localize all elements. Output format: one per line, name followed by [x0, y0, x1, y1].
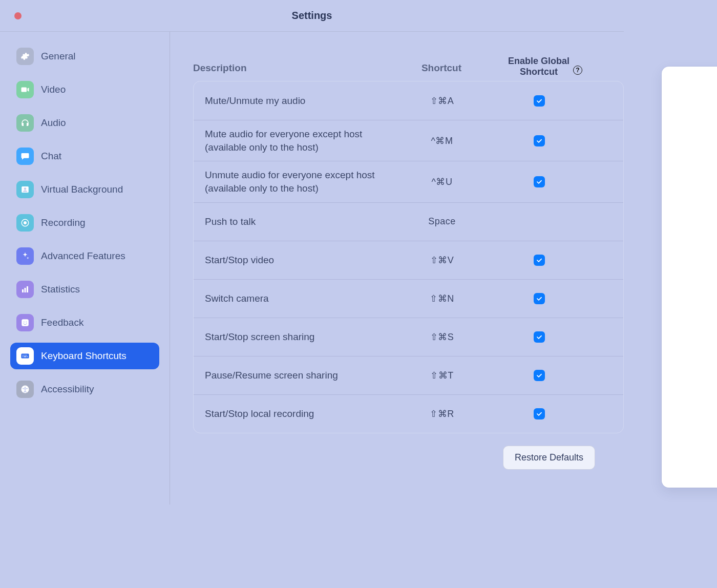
shortcut-row: Start/Stop local recording⇧⌘R	[194, 394, 623, 433]
shortcut-description: Start/Stop video	[194, 254, 393, 267]
sidebar-item-video[interactable]: Video	[10, 76, 159, 103]
window-body: GeneralVideoAudioChatVirtual BackgroundR…	[0, 32, 624, 505]
svg-point-3	[24, 221, 27, 224]
smile-icon	[16, 314, 34, 331]
svg-rect-10	[22, 354, 29, 359]
shortcut-description: Mute/Unmute my audio	[194, 94, 393, 108]
svg-rect-6	[27, 286, 28, 292]
stats-icon	[16, 281, 34, 298]
sidebar-item-audio[interactable]: Audio	[10, 110, 159, 136]
shortcut-description: Pause/Resume screen sharing	[194, 369, 393, 382]
sidebar-item-general[interactable]: General	[10, 43, 159, 70]
footer: Restore Defaults	[170, 433, 624, 470]
sidebar-item-label: General	[41, 51, 76, 62]
restore-defaults-button[interactable]: Restore Defaults	[503, 446, 595, 470]
sparkle-icon	[16, 247, 34, 265]
enable-global-checkbox[interactable]	[534, 408, 545, 419]
svg-rect-13	[25, 355, 26, 356]
sidebar-item-label: Virtual Background	[41, 184, 123, 195]
enable-global-cell	[491, 95, 588, 107]
shortcut-keys[interactable]: ⇧⌘S	[393, 331, 491, 343]
shortcut-keys[interactable]: Space	[393, 216, 491, 227]
shortcut-description: Switch camera	[194, 292, 393, 305]
svg-rect-5	[25, 288, 26, 292]
help-icon[interactable]: ?	[573, 66, 582, 75]
enable-global-checkbox[interactable]	[534, 255, 545, 266]
sidebar-item-accessibility[interactable]: Accessibility	[10, 376, 159, 403]
enable-global-checkbox[interactable]	[534, 331, 545, 343]
close-window-button[interactable]	[14, 12, 22, 19]
sidebar-item-label: Video	[41, 84, 66, 95]
shortcut-keys[interactable]: ⇧⌘T	[393, 370, 491, 381]
sidebar-item-label: Audio	[41, 117, 66, 129]
enable-global-cell	[491, 255, 588, 266]
settings-window: Settings GeneralVideoAudioChatVirtual Ba…	[0, 0, 624, 505]
shortcut-row: Push to talkSpace	[194, 202, 623, 241]
sidebar-item-advanced-features[interactable]: Advanced Features	[10, 243, 159, 269]
enable-global-cell	[491, 331, 588, 343]
table-rows: Mute/Unmute my audio⇧⌘AMute audio for ev…	[193, 81, 624, 433]
shortcut-keys[interactable]: ^⌘M	[393, 135, 491, 146]
enable-global-checkbox[interactable]	[534, 176, 545, 187]
sidebar-item-keyboard-shortcuts[interactable]: Keyboard Shortcuts	[10, 343, 159, 369]
shortcut-keys[interactable]: ⇧⌘N	[393, 293, 491, 304]
col-description: Description	[193, 62, 393, 81]
sidebar-item-label: Statistics	[41, 284, 80, 295]
col-shortcut: Shortcut	[393, 62, 490, 81]
shortcut-row: Pause/Resume screen sharing⇧⌘T	[194, 356, 623, 394]
video-icon	[16, 81, 34, 98]
enable-global-cell	[491, 370, 588, 381]
enable-global-checkbox[interactable]	[534, 293, 545, 304]
shortcut-keys[interactable]: ⇧⌘A	[393, 95, 491, 107]
shortcut-keys[interactable]: ⇧⌘R	[393, 408, 491, 419]
svg-point-1	[24, 187, 27, 190]
shortcut-keys[interactable]: ⇧⌘V	[393, 255, 491, 266]
sidebar-item-label: Feedback	[41, 317, 83, 328]
shortcuts-table: Description Shortcut Enable Global Short…	[193, 32, 624, 433]
shortcut-description: Start/Stop screen sharing	[194, 330, 393, 344]
sidebar-item-chat[interactable]: Chat	[10, 143, 159, 170]
accessibility-icon	[16, 381, 34, 398]
shortcut-keys[interactable]: ^⌘U	[393, 176, 491, 187]
shortcut-row: Unmute audio for everyone except host (a…	[194, 161, 623, 202]
sidebar-item-feedback[interactable]: Feedback	[10, 309, 159, 336]
svg-rect-7	[22, 319, 29, 326]
sidebar-item-virtual-background[interactable]: Virtual Background	[10, 176, 159, 203]
svg-rect-16	[24, 356, 26, 358]
svg-rect-17	[27, 356, 28, 358]
shortcut-row: Start/Stop screen sharing⇧⌘S	[194, 318, 623, 356]
enable-global-checkbox[interactable]	[534, 370, 545, 381]
shortcut-row: Mute/Unmute my audio⇧⌘A	[194, 81, 623, 120]
svg-rect-11	[23, 355, 24, 356]
person-bg-icon	[16, 181, 34, 198]
svg-point-19	[25, 387, 26, 388]
window-title: Settings	[292, 10, 332, 22]
sidebar-item-statistics[interactable]: Statistics	[10, 276, 159, 303]
sidebar-item-recording[interactable]: Recording	[10, 209, 159, 236]
shortcut-description: Unmute audio for everyone except host (a…	[194, 169, 393, 195]
settings-sidebar: GeneralVideoAudioChatVirtual BackgroundR…	[0, 32, 170, 505]
sidebar-item-label: Recording	[41, 217, 86, 228]
sidebar-item-label: Chat	[41, 151, 61, 162]
sidebar-item-label: Accessibility	[41, 384, 94, 395]
shortcut-description: Start/Stop local recording	[194, 407, 393, 421]
shortcut-row: Start/Stop video⇧⌘V	[194, 241, 623, 279]
chat-icon	[16, 148, 34, 165]
svg-rect-12	[24, 355, 25, 356]
svg-point-9	[26, 321, 27, 322]
sidebar-item-label: Keyboard Shortcuts	[41, 350, 126, 362]
svg-rect-14	[27, 355, 28, 356]
enable-global-cell	[491, 135, 588, 146]
enable-global-checkbox[interactable]	[534, 95, 545, 107]
gear-icon	[16, 48, 34, 65]
titlebar: Settings	[0, 0, 624, 32]
col-enable-line2: Shortcut	[520, 67, 558, 77]
enable-global-cell	[491, 408, 588, 419]
svg-rect-4	[22, 289, 24, 292]
enable-global-checkbox[interactable]	[534, 135, 545, 146]
col-enable-line1: Enable Global	[508, 56, 570, 66]
headphones-icon	[16, 114, 34, 132]
shortcut-description: Mute audio for everyone except host (ava…	[194, 128, 393, 154]
keyboard-icon	[16, 347, 34, 365]
shortcut-description: Push to talk	[194, 215, 393, 228]
